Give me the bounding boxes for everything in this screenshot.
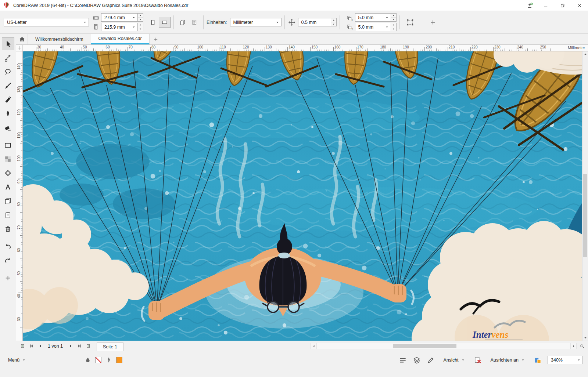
horizontal-scrollbar[interactable]	[311, 343, 577, 349]
page-tab-label: Seite 1	[103, 344, 117, 349]
chevron-down-icon	[385, 25, 389, 29]
pen-tool-icon	[4, 110, 12, 117]
canvas-artwork[interactable]: Intervens	[23, 51, 582, 341]
calligraphy-tool[interactable]	[2, 93, 14, 106]
bounding-box-icon	[406, 18, 414, 26]
undo-button-icon	[4, 243, 12, 250]
chevron-down-icon	[276, 21, 279, 24]
landscape-orientation-button[interactable]	[159, 17, 171, 28]
tab-label: Oswaldo Rosales.cdr	[98, 36, 142, 41]
page-width-spinner[interactable]	[138, 13, 143, 22]
page-tab[interactable]: Seite 1	[97, 342, 123, 351]
menu-label: Menü	[8, 358, 19, 363]
tab-welcome-screen[interactable]: Willkommensbildschirm	[28, 34, 91, 44]
object-properties-icon[interactable]	[399, 356, 407, 364]
document-navigator-button[interactable]	[578, 342, 586, 350]
horizontal-ruler[interactable]: Millimeter 30405060708090100110120130140…	[23, 45, 588, 51]
vertical-scroll-thumb[interactable]	[583, 174, 587, 257]
nudge-icon	[288, 18, 296, 26]
text-tool[interactable]	[2, 180, 14, 193]
add-tool-button[interactable]	[2, 271, 14, 284]
page-size-select[interactable]: US-Letter	[4, 18, 89, 26]
transparency-tool[interactable]	[2, 152, 14, 166]
view-mode-button[interactable]: Ansicht	[441, 356, 468, 364]
pen-tool[interactable]	[2, 107, 14, 120]
drawing-canvas[interactable]: Intervens	[23, 51, 582, 341]
restore-button[interactable]	[554, 0, 571, 11]
all-pages-button[interactable]	[177, 17, 189, 28]
home-tab-button[interactable]	[16, 34, 28, 44]
layers-icon[interactable]	[413, 356, 421, 364]
add-page-after-button[interactable]	[84, 342, 92, 350]
account-button[interactable]	[523, 0, 537, 11]
delete-tool[interactable]	[2, 222, 14, 235]
artistic-media-tool[interactable]	[2, 79, 14, 92]
page-height-spinner[interactable]	[138, 23, 143, 31]
duplicate-y-icon: y	[347, 23, 353, 30]
current-page-button[interactable]	[189, 17, 200, 28]
customize-toolbar-button[interactable]	[427, 17, 439, 28]
shape-tool[interactable]	[2, 51, 14, 64]
current-page-number[interactable]: 1	[48, 344, 50, 349]
undo-button[interactable]	[2, 240, 14, 253]
portrait-orientation-button[interactable]	[147, 17, 159, 28]
scroll-right-button[interactable]	[570, 343, 577, 349]
outline-color-swatch[interactable]	[116, 357, 122, 363]
horizontal-scroll-track[interactable]	[317, 343, 570, 349]
eraser-tool[interactable]	[2, 121, 14, 134]
fill-tool[interactable]	[2, 166, 14, 180]
status-menu-button[interactable]: Menü	[5, 356, 29, 364]
first-page-button[interactable]	[27, 342, 35, 350]
zoom-page-icon[interactable]	[534, 356, 542, 364]
down-arrow-icon	[584, 336, 587, 340]
vertical-scroll-track[interactable]	[582, 57, 588, 335]
snap-off-icon[interactable]	[474, 356, 482, 364]
vertical-ruler[interactable]: 14013012011010090807060504030	[16, 51, 23, 341]
duplicate-x-spinner[interactable]	[391, 13, 397, 22]
tab-document[interactable]: Oswaldo Rosales.cdr	[91, 34, 150, 44]
snap-label: Ausrichten an	[491, 358, 519, 363]
nudge-field[interactable]: 0.5 mm	[298, 18, 331, 26]
calligraphy-tool-icon	[4, 96, 12, 104]
copy-tool[interactable]	[2, 194, 14, 207]
ruler-origin[interactable]	[16, 45, 23, 51]
nudge-spinner[interactable]	[331, 18, 337, 26]
pick-tool[interactable]	[2, 37, 14, 50]
close-icon	[577, 3, 582, 8]
scroll-up-button[interactable]	[582, 51, 588, 57]
add-tool-button-icon	[4, 274, 12, 282]
duplicate-y-spinner[interactable]	[391, 23, 397, 31]
previous-page-button[interactable]	[36, 342, 44, 350]
pen-settings-icon[interactable]	[427, 356, 435, 364]
close-button[interactable]	[571, 0, 588, 11]
new-document-tab-button[interactable]	[150, 34, 162, 44]
main-area: Willkommensbildschirm Oswaldo Rosales.cd…	[0, 34, 588, 351]
treat-as-filled-button[interactable]	[403, 15, 417, 30]
page-size-value: US-Letter	[7, 20, 27, 25]
units-select[interactable]: Millimeter	[230, 18, 282, 26]
next-page-button[interactable]	[67, 342, 75, 350]
add-page-before-button[interactable]	[18, 342, 26, 350]
page-height-field[interactable]: 215.9 mm	[101, 23, 138, 31]
duplicate-y-field[interactable]: 5.0 mm	[355, 23, 391, 31]
minimize-button[interactable]	[537, 0, 554, 11]
duplicate-x-field[interactable]: 5.0 mm	[355, 13, 391, 22]
lasso-tool[interactable]	[2, 65, 14, 78]
paste-tool[interactable]	[2, 208, 14, 221]
last-page-icon	[77, 344, 82, 348]
fill-color-swatch[interactable]	[95, 357, 101, 363]
redo-button[interactable]	[2, 254, 14, 267]
status-bar: Menü Ansicht Ausrichten an 3	[0, 351, 588, 377]
scroll-down-button[interactable]	[582, 335, 588, 341]
last-page-button[interactable]	[75, 342, 83, 350]
rectangle-tool[interactable]	[2, 138, 14, 152]
scroll-left-button[interactable]	[311, 343, 317, 349]
snap-to-button[interactable]: Ausrichten an	[488, 356, 528, 364]
vertical-scrollbar[interactable]	[582, 51, 588, 341]
restore-icon	[560, 3, 565, 8]
zoom-combobox[interactable]: 340%	[548, 356, 583, 364]
spin-down-icon	[332, 23, 335, 26]
page-width-field[interactable]: 279.4 mm	[101, 13, 138, 22]
horizontal-scroll-thumb[interactable]	[393, 344, 456, 348]
artistic-media-tool-icon	[4, 82, 12, 90]
